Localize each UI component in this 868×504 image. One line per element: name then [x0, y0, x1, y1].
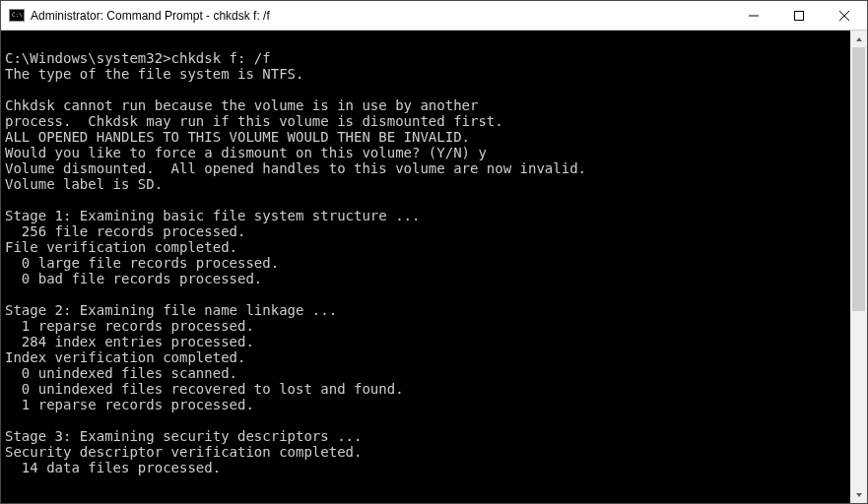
terminal-line: Stage 2: Examining file name linkage ...	[5, 302, 850, 318]
terminal-line: Chkdsk cannot run because the volume is …	[5, 97, 850, 113]
terminal-line: 1 reparse records processed.	[5, 397, 850, 412]
terminal-line: 14 data files processed.	[5, 460, 850, 475]
vertical-scrollbar[interactable]	[850, 31, 867, 503]
svg-marker-6	[856, 37, 862, 41]
terminal-line: Stage 1: Examining basic file system str…	[5, 208, 850, 223]
terminal-line: process. Chkdsk may run if this volume i…	[5, 113, 850, 129]
terminal-line: Volume label is SD.	[5, 176, 850, 192]
cmd-icon: C:\	[9, 8, 25, 24]
terminal-line: 256 file records processed.	[5, 223, 850, 239]
terminal-line	[5, 34, 850, 50]
window-title: Administrator: Command Prompt - chkdsk f…	[31, 9, 270, 23]
terminal-line: C:\Windows\system32>chkdsk f: /f	[5, 50, 850, 66]
close-button[interactable]	[822, 1, 867, 30]
terminal-line: Would you like to force a dismount on th…	[5, 145, 850, 160]
terminal-line: 0 bad file records processed.	[5, 271, 850, 286]
minimize-button[interactable]	[731, 1, 776, 30]
terminal-line: 0 unindexed files scanned.	[5, 365, 850, 381]
terminal-line: The type of the file system is NTFS.	[5, 66, 850, 82]
scroll-thumb[interactable]	[852, 47, 865, 311]
terminal-output[interactable]: C:\Windows\system32>chkdsk f: /fThe type…	[1, 31, 850, 503]
cmd-window: C:\ Administrator: Command Prompt - chkd…	[0, 0, 868, 504]
terminal-line: 284 index entries processed.	[5, 334, 850, 349]
terminal-line: 0 large file records processed.	[5, 255, 850, 271]
scroll-up-arrow-icon[interactable]	[850, 31, 867, 47]
svg-text:C:\: C:\	[12, 11, 23, 18]
terminal-line	[5, 192, 850, 208]
terminal-line	[5, 286, 850, 302]
terminal-line: 0 unindexed files recovered to lost and …	[5, 381, 850, 397]
terminal-line	[5, 82, 850, 97]
terminal-line: 1 reparse records processed.	[5, 318, 850, 334]
client-area: C:\Windows\system32>chkdsk f: /fThe type…	[1, 31, 867, 503]
titlebar[interactable]: C:\ Administrator: Command Prompt - chkd…	[1, 1, 867, 31]
svg-rect-3	[795, 11, 804, 20]
terminal-line: Volume dismounted. All opened handles to…	[5, 160, 850, 176]
terminal-line: Index verification completed.	[5, 349, 850, 365]
titlebar-controls	[731, 1, 867, 30]
terminal-line	[5, 412, 850, 428]
terminal-line: Security descriptor verification complet…	[5, 444, 850, 460]
svg-marker-7	[856, 493, 862, 497]
maximize-button[interactable]	[776, 1, 822, 30]
terminal-line: ALL OPENED HANDLES TO THIS VOLUME WOULD …	[5, 129, 850, 145]
scroll-track[interactable]	[850, 47, 867, 486]
terminal-line: File verification completed.	[5, 239, 850, 255]
scroll-down-arrow-icon[interactable]	[850, 486, 867, 503]
terminal-line: Stage 3: Examining security descriptors …	[5, 428, 850, 444]
